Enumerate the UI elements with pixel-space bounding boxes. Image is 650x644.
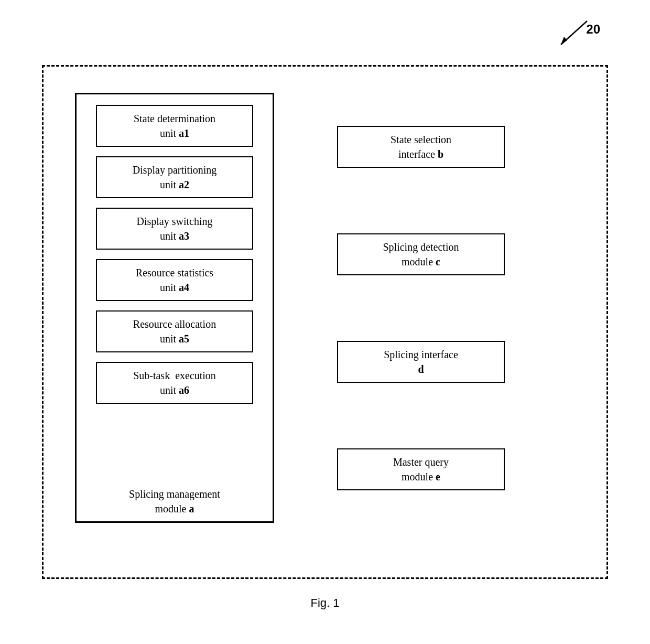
- module-d-bold: d: [418, 363, 424, 375]
- unit-a1-box: State determinationunit a1: [96, 105, 253, 147]
- module-e-bold: e: [436, 471, 440, 482]
- unit-a4-box: Resource statisticsunit a4: [96, 259, 253, 301]
- right-side-modules: State selectioninterface b Splicing dete…: [337, 93, 568, 523]
- unit-a1-label: State determinationunit a1: [134, 111, 215, 141]
- svg-marker-1: [561, 37, 567, 45]
- splicing-management-label: Splicing managementmodule a: [129, 481, 220, 516]
- unit-a4-label: Resource statisticsunit a4: [136, 265, 213, 295]
- module-c-label: Splicing detectionmodule c: [383, 240, 459, 269]
- unit-a6-box: Sub-task executionunit a6: [96, 362, 253, 404]
- module-b-label: State selectioninterface b: [391, 132, 451, 162]
- splicing-management-bold: a: [189, 503, 194, 514]
- unit-a5-box: Resource allocationunit a5: [96, 310, 253, 352]
- unit-a5-bold: a5: [179, 333, 189, 345]
- module-e-label: Master querymodule e: [393, 455, 449, 484]
- figure-caption: Fig. 1: [310, 596, 339, 610]
- module-b-bold: b: [438, 148, 443, 160]
- module-c-bold: c: [436, 256, 440, 267]
- splicing-management-module-box: State determinationunit a1 Display parti…: [75, 93, 274, 523]
- unit-a2-label: Display partitioningunit a2: [133, 163, 217, 192]
- unit-a3-box: Display switchingunit a3: [96, 208, 253, 250]
- unit-a3-bold: a3: [179, 230, 189, 242]
- unit-a2-box: Display partitioningunit a2: [96, 156, 253, 198]
- module-e-box: Master querymodule e: [337, 448, 505, 490]
- unit-a6-label: Sub-task executionunit a6: [133, 368, 216, 398]
- unit-a4-bold: a4: [179, 282, 189, 293]
- reference-arrow: [545, 16, 598, 52]
- unit-a3-label: Display switchingunit a3: [137, 214, 213, 243]
- module-c-box: Splicing detectionmodule c: [337, 233, 505, 275]
- outer-dashed-box: State determinationunit a1 Display parti…: [42, 65, 608, 579]
- page-container: 20 State determinationunit a1 Display pa…: [0, 0, 650, 644]
- module-d-box: Splicing interfaced: [337, 341, 505, 383]
- module-b-box: State selectioninterface b: [337, 126, 505, 168]
- module-d-label: Splicing interfaced: [384, 347, 458, 377]
- unit-a6-bold: a6: [179, 384, 189, 396]
- unit-a1-bold: a1: [179, 127, 189, 139]
- unit-a5-label: Resource allocationunit a5: [133, 317, 216, 346]
- splicing-management-text: Splicing managementmodule: [129, 488, 220, 514]
- unit-a2-bold: a2: [179, 179, 189, 190]
